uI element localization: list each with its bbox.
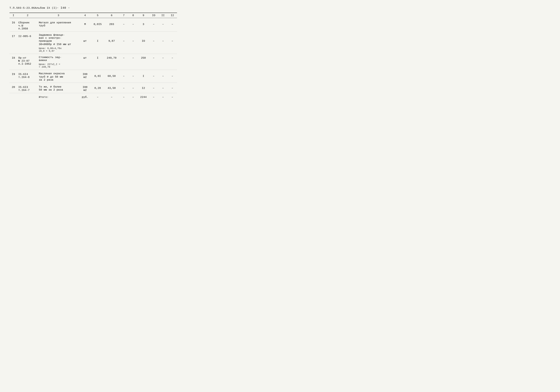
row20-desc: То же, ∅ более50 мм за 2 раза	[38, 83, 79, 93]
row16-unit: М	[79, 18, 91, 32]
row17-c7: –	[119, 32, 129, 54]
row18-desc-note: Цена: 227хI,I == 249,70	[39, 63, 78, 69]
row16-q: 0,0I5	[91, 18, 104, 32]
row17-c11: –	[158, 32, 168, 54]
row17-q: I	[91, 32, 104, 54]
row18-price: 249,70	[104, 54, 119, 70]
row17-ref: I2-805-6	[17, 32, 38, 54]
row17-c8: –	[129, 32, 138, 54]
page-number: - I40 -	[57, 6, 70, 10]
row20-q: 0,28	[91, 83, 104, 93]
row20-c10: –	[149, 83, 158, 93]
row16-c12: –	[168, 18, 177, 32]
doc-number: Т.П.503-5-23.86	[10, 7, 35, 10]
total-c5: –	[91, 93, 104, 100]
row18-c12: –	[168, 54, 177, 70]
row19-c11: –	[158, 70, 168, 83]
col-header-9: 9	[138, 13, 149, 18]
row20-c12: –	[168, 83, 177, 93]
row19-price: 60,50	[104, 70, 119, 83]
table-header-row: I 2 3 4 5 6 7 8 9 IO II I2	[10, 13, 177, 18]
row20-ref: I5-6I3 т.I64-7	[17, 83, 38, 93]
row20-c8: –	[129, 83, 138, 93]
total-c12: –	[168, 93, 177, 100]
row19-ref: I5-6I4 т.I64-8	[17, 70, 38, 83]
total-c9: 2244	[138, 93, 149, 100]
row17-desc: Задвижка фланце-вая с электро-приводом30…	[38, 32, 79, 54]
row18-c10: –	[149, 54, 158, 70]
total-row: Итого: руб. – – – – 2244 – – –	[10, 93, 177, 100]
row16-c8: –	[129, 18, 138, 32]
total-empty2	[17, 93, 38, 100]
row19-c10: –	[149, 70, 158, 83]
row19-c12: –	[168, 70, 177, 83]
main-table: I 2 3 4 5 6 7 8 9 IO II I2 I6 Сборник ч.…	[10, 13, 177, 100]
total-empty1	[10, 93, 17, 100]
row19-c7: –	[119, 70, 129, 83]
row20-id: 20	[10, 83, 17, 93]
row17-price: 9,87	[104, 32, 119, 54]
total-c6: –	[104, 93, 119, 100]
row19-desc-main: Масляная окраскатруб ∅ до 50 ммза 2 раза	[39, 72, 78, 81]
row18-unit: шт	[79, 54, 91, 70]
row19-c9: I	[138, 70, 149, 83]
page-header: Т.П.503-5-23.86 Альбом IX (I) - I40 -	[10, 6, 177, 10]
row17-c9: IO	[138, 32, 149, 54]
row20-unit: I00 м2	[79, 83, 91, 93]
total-label: Итого:	[38, 93, 79, 100]
total-c11: –	[158, 93, 168, 100]
row16-price: 203	[104, 18, 119, 32]
row16-ref: Сборник ч.Ш п.I058	[17, 18, 38, 32]
row18-id: I8	[10, 54, 17, 70]
table-row: I6 Сборник ч.Ш п.I058 Металл для креплен…	[10, 18, 177, 32]
row17-c12: –	[168, 32, 177, 54]
row18-q: I	[91, 54, 104, 70]
row16-c7: –	[119, 18, 129, 32]
total-c7: –	[119, 93, 129, 100]
col-header-12: I2	[168, 13, 177, 18]
row18-c8: –	[129, 54, 138, 70]
col-header-10: IO	[149, 13, 158, 18]
row17-unit: шт	[79, 32, 91, 54]
row20-c7: –	[119, 83, 129, 93]
col-header-11: II	[158, 13, 168, 18]
row17-id: I7	[10, 32, 17, 54]
col-header-5: 5	[91, 13, 104, 18]
row17-desc-main: Задвижка фланце-вая с электро-приводом30…	[39, 33, 78, 46]
row18-c7: –	[119, 54, 129, 70]
row19-unit: I00 м2	[79, 70, 91, 83]
table-row: 20 I5-6I3 т.I64-7 То же, ∅ более50 мм за…	[10, 83, 177, 93]
table-row: I9 I5-6I4 т.I64-8 Масляная окраскатруб ∅…	[10, 70, 177, 83]
row17-desc-note: Цена: 6,06+4,76хх0,8 = 9,87	[39, 47, 78, 52]
row17-c10: –	[149, 32, 158, 54]
row16-c9: 3	[138, 18, 149, 32]
row16-c11: –	[158, 18, 168, 32]
row16-desc: Металл для крепления труб	[38, 18, 79, 32]
row19-q: 0,0I	[91, 70, 104, 83]
row18-ref: Пр-нт № 23-07 п.I-I052	[17, 54, 38, 70]
row20-c9: I2	[138, 83, 149, 93]
col-header-6: 6	[104, 13, 119, 18]
total-c8: –	[129, 93, 138, 100]
row19-id: I9	[10, 70, 17, 83]
row16-id: I6	[10, 18, 17, 32]
row20-price: 43,50	[104, 83, 119, 93]
row20-desc-main: То же, ∅ более50 мм за 2 раза	[39, 85, 78, 91]
row19-desc: Масляная окраскатруб ∅ до 50 ммза 2 раза	[38, 70, 79, 83]
row18-desc: Стоимость зад-вижки Цена: 227хI,I == 249…	[38, 54, 79, 70]
row18-c9: 250	[138, 54, 149, 70]
total-c10: –	[149, 93, 158, 100]
table-row: I7 I2-805-6 Задвижка фланце-вая с электр…	[10, 32, 177, 54]
album-label: Альбом IX (I)	[35, 7, 57, 10]
row19-c8: –	[129, 70, 138, 83]
col-header-1: I	[10, 13, 17, 18]
col-header-8: 8	[129, 13, 138, 18]
col-header-7: 7	[119, 13, 129, 18]
total-unit: руб.	[79, 93, 91, 100]
row18-desc-main: Стоимость зад-вижки	[39, 56, 78, 62]
row16-c10: –	[149, 18, 158, 32]
col-header-2: 2	[17, 13, 38, 18]
col-header-3: 3	[38, 13, 79, 18]
col-header-4: 4	[79, 13, 91, 18]
row18-c11: –	[158, 54, 168, 70]
